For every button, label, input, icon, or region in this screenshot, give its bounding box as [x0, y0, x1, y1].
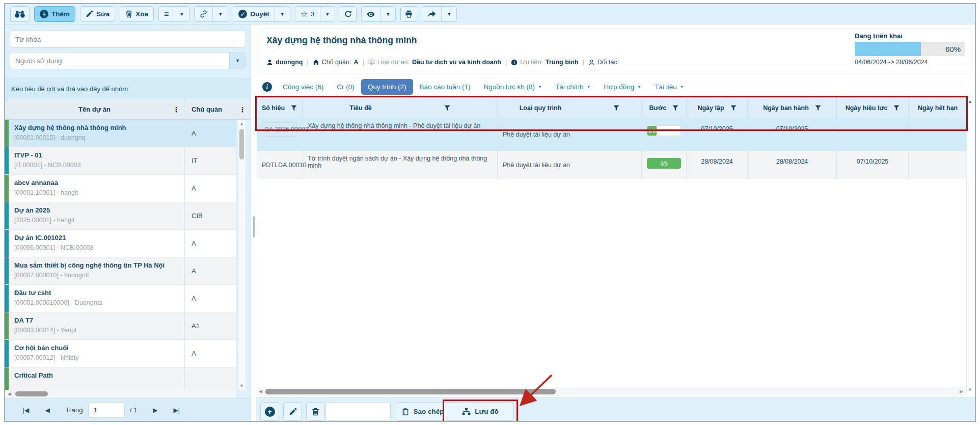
project-owner: A1 [192, 312, 200, 339]
scroll-right-icon[interactable]: ▶ [960, 389, 963, 394]
star-caret-button[interactable]: ▼ [320, 7, 335, 21]
share-caret-button[interactable]: ▼ [441, 7, 456, 21]
splitter-handle[interactable] [253, 216, 255, 237]
tab-label: Công việc (6) [283, 83, 323, 91]
view-button[interactable] [362, 7, 380, 21]
trash-icon [312, 408, 319, 416]
tab-info-icon[interactable]: i [262, 82, 272, 92]
menu-button[interactable]: ≡ [159, 7, 174, 21]
column-header-owner[interactable]: Chủ quản ⋮ [184, 99, 250, 119]
filter-icon[interactable] [672, 105, 678, 111]
refresh-button[interactable] [340, 6, 357, 22]
tab-nguon-luc[interactable]: Nguồn lực kh (8)▼ [477, 79, 549, 95]
column-header-so-hieu[interactable]: Số hiệu [257, 97, 303, 118]
scroll-up-icon[interactable]: ▲ [968, 99, 972, 104]
main-horizontal-scrollbar[interactable]: ◀ ▶ [257, 387, 965, 396]
project-list-item[interactable]: abcv annanaa [00001.10001] - hanglt A [5, 175, 236, 202]
filter-icon[interactable] [613, 105, 619, 111]
project-list-item[interactable]: DA T7 [00003.00014] - Yenpt A1 [5, 312, 236, 340]
add-button[interactable]: + Thêm [34, 6, 75, 22]
column-menu-icon[interactable]: ⋮ [239, 107, 246, 112]
tab-tai-chinh[interactable]: Tài chính▼ [549, 79, 597, 95]
approve-button[interactable]: ✓ Duyệt [233, 7, 275, 21]
column-header-buoc[interactable]: Bước [642, 97, 687, 118]
tab-hop-dong[interactable]: Hợp đồng▼ [597, 79, 648, 95]
scrollbar-thumb[interactable] [265, 389, 556, 394]
scroll-left-icon[interactable]: ◀ [259, 389, 262, 394]
filter-icon[interactable] [291, 105, 297, 111]
filter-icon[interactable] [815, 105, 821, 111]
delete-button[interactable]: Xóa [120, 6, 154, 22]
table-row[interactable]: DA.2025.00003 Xây dựng hệ thống nhà thôn… [257, 118, 967, 151]
scrollbar-thumb[interactable] [239, 129, 244, 160]
filter-icon[interactable] [444, 105, 450, 111]
find-button[interactable] [10, 6, 30, 22]
star-button[interactable]: ☆ 3 [295, 7, 320, 21]
scroll-down-icon[interactable]: ▼ [968, 387, 972, 392]
step-progress: 1/9 [647, 125, 681, 136]
process-quick-input[interactable] [325, 402, 391, 421]
link-button[interactable] [195, 7, 212, 21]
tab-quy-trinh[interactable]: Quy trình (2) [361, 79, 413, 95]
main-vertical-scrollbar[interactable]: ▲ ▼ [966, 97, 974, 394]
menu-caret-button[interactable]: ▼ [174, 7, 189, 21]
share-button[interactable] [422, 7, 441, 21]
view-caret-button[interactable]: ▼ [380, 7, 395, 21]
column-header-ngay-lap[interactable]: Ngày lập [687, 97, 748, 118]
user-filter-input[interactable] [10, 52, 246, 69]
add-process-button[interactable]: + [260, 402, 279, 421]
edit-button[interactable]: Sửa [80, 6, 115, 22]
panel-splitter[interactable] [252, 24, 256, 421]
page-number-input[interactable] [88, 402, 125, 418]
project-list-item[interactable]: Cơ hội bán chuối [00007.00012] - Nhidty … [5, 340, 236, 367]
sidebar-horizontal-scrollbar[interactable]: ◀ [5, 390, 236, 399]
user-filter-caret-button[interactable]: ▼ [229, 52, 246, 69]
project-list-item[interactable]: Critical Path [5, 367, 236, 390]
tab-tai-lieu[interactable]: Tài liệu▼ [648, 79, 690, 95]
project-list-item[interactable]: ITVP - 01 [IT.00001] - NCB.00003 IT [5, 147, 236, 175]
column-menu-icon[interactable]: ⋮ [173, 107, 180, 112]
sidebar-vertical-scrollbar[interactable]: ▲ ▼ [238, 120, 246, 390]
print-button[interactable] [400, 6, 417, 22]
first-page-button[interactable]: |◀ [15, 407, 37, 414]
filter-icon[interactable] [730, 105, 737, 111]
project-name: abcv annanaa [14, 179, 182, 187]
column-header-loai-quy-trinh[interactable]: Loại quy trình [498, 97, 642, 118]
refresh-icon [344, 10, 352, 18]
next-page-button[interactable]: ▶ [145, 407, 166, 414]
project-list-item[interactable]: Dự án IC.001021 [00006.00001] - NCB.0000… [5, 230, 236, 257]
column-header-ngay-het-han[interactable]: Ngày hết hạn [909, 97, 967, 118]
progress-fill [855, 42, 921, 56]
delete-process-button[interactable] [306, 402, 325, 421]
user-filter-select[interactable]: ▼ [10, 52, 246, 69]
tab-cong-viec[interactable]: Công việc (6) [276, 79, 330, 95]
project-list-item[interactable]: Xây dựng hệ thống nhà thông minh [00001.… [5, 120, 236, 147]
keyword-search-input[interactable] [10, 31, 246, 48]
column-header-project-name[interactable]: Tên dự án ⋮ [5, 99, 184, 119]
tab-bao-cao-tuan[interactable]: Báo cáo tuần (1) [413, 79, 477, 95]
scroll-down-icon[interactable]: ▼ [239, 383, 244, 388]
project-list-item[interactable]: Mua sắm thiết bị công nghệ thông tin TP … [5, 257, 236, 285]
last-page-button[interactable]: ▶| [166, 407, 187, 414]
copy-button[interactable]: Sao chép [396, 402, 450, 421]
column-header-ngay-hieu-luc[interactable]: Ngày hiệu lực [837, 97, 909, 118]
filter-icon[interactable] [893, 105, 900, 111]
approve-caret-button[interactable]: ▼ [275, 7, 290, 21]
tab-cr[interactable]: Cr (0) [330, 79, 361, 95]
flowchart-button[interactable]: Lưu đồ [447, 402, 514, 421]
edit-process-button[interactable] [283, 402, 302, 421]
group-drop-zone[interactable]: Kéo tiêu đề cột và thả vào đây để nhóm [5, 78, 250, 99]
project-list-item[interactable]: Đầu tư csht [00001.000010000] - Duongnta… [5, 285, 236, 312]
link-caret-button[interactable]: ▼ [212, 7, 228, 21]
meta-priority-value: Trung bình [546, 59, 579, 66]
scroll-up-icon[interactable]: ▲ [239, 121, 244, 126]
project-list-item[interactable]: Dự án 2025 [2025.00001] - hanglt CIB [5, 202, 236, 230]
scroll-left-icon[interactable]: ◀ [8, 391, 11, 396]
scrollbar-thumb[interactable] [15, 391, 48, 396]
process-type: Phê duyệt tài liệu dự án [498, 151, 642, 179]
previous-page-button[interactable]: ◀ [37, 407, 58, 414]
column-header-tieu-de[interactable]: Tiêu đề [303, 97, 498, 118]
column-header-ngay-ban-hanh[interactable]: Ngày ban hành [748, 97, 837, 118]
table-row[interactable]: PDTLDA.00010 Tờ trình duyệt ngân sách dự… [257, 151, 967, 179]
project-code: [2025.00001] - hanglt [14, 217, 74, 224]
